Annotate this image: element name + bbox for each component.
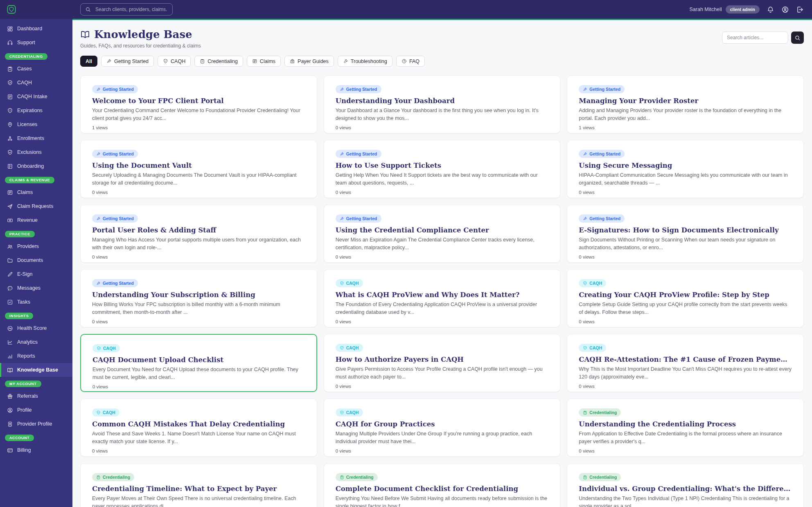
filter-chip-faq[interactable]: FAQ bbox=[396, 56, 425, 67]
shield-check-icon bbox=[583, 346, 587, 350]
sidebar-item-label: CAQH bbox=[17, 80, 32, 86]
sidebar-item-expirations[interactable]: Expirations bbox=[0, 104, 72, 117]
sidebar-item-caqh-intake[interactable]: CAQH Intake bbox=[0, 90, 72, 104]
sidebar-item-label: Profile bbox=[17, 407, 32, 413]
article-description: Never Miss an Expiration Again The Crede… bbox=[336, 236, 549, 252]
logout-icon[interactable] bbox=[796, 6, 804, 14]
rocket-icon bbox=[583, 152, 587, 156]
sidebar-item-analytics[interactable]: Analytics bbox=[0, 335, 72, 349]
filter-chip-claims[interactable]: Claims bbox=[247, 56, 281, 67]
article-card-how-to-authorize-payers-in-caqh[interactable]: CAQHHow to Authorize Payers in CAQHGive … bbox=[324, 334, 561, 392]
sidebar-item-enrollments[interactable]: Enrollments bbox=[0, 131, 72, 145]
sidebar-item-billing[interactable]: Billing bbox=[0, 443, 72, 457]
filter-chip-getting-started[interactable]: Getting Started bbox=[101, 56, 154, 67]
article-card-using-secure-messaging[interactable]: Getting StartedUsing Secure MessagingHIP… bbox=[567, 140, 804, 198]
sidebar-item-provider-profile[interactable]: Provider Profile bbox=[0, 417, 72, 431]
article-card-portal-user-roles-adding-staff[interactable]: Getting StartedPortal User Roles & Addin… bbox=[80, 205, 317, 263]
article-card-complete-document-checklist-for-credentialing[interactable]: CredentialingComplete Document Checklist… bbox=[324, 463, 561, 507]
article-views: 0 views bbox=[336, 125, 549, 130]
bell-icon[interactable] bbox=[767, 6, 774, 14]
clipboard-check-icon bbox=[7, 66, 13, 72]
sidebar-item-documents[interactable]: Documents bbox=[0, 253, 72, 267]
id-card-icon bbox=[7, 421, 13, 427]
filter-chip-caqh[interactable]: CAQH bbox=[158, 56, 191, 67]
article-search-button[interactable] bbox=[791, 32, 804, 44]
sidebar-item-label: Referrals bbox=[17, 393, 38, 399]
article-card-caqh-document-upload-checklist[interactable]: CAQHCAQH Document Upload ChecklistEvery … bbox=[80, 334, 317, 392]
section-badge-claims-revenue: CLAIMS & REVENUE bbox=[5, 177, 54, 183]
article-card-e-signatures-how-to-sign-documents-electronically[interactable]: Getting StartedE-Signatures: How to Sign… bbox=[567, 205, 804, 263]
category-badge: Getting Started bbox=[336, 150, 381, 158]
sidebar-item-caqh[interactable]: CAQH bbox=[0, 76, 72, 90]
sidebar-item-support[interactable]: Support bbox=[0, 36, 72, 50]
rocket-icon bbox=[96, 216, 101, 221]
article-title: Common CAQH Mistakes That Delay Credenti… bbox=[92, 420, 305, 428]
filter-chip-all[interactable]: All bbox=[80, 56, 97, 67]
article-search-input[interactable] bbox=[722, 32, 788, 44]
article-card-how-to-use-support-tickets[interactable]: Getting StartedHow to Use Support Ticket… bbox=[324, 140, 561, 198]
article-description: Managing Who Has Access Your portal supp… bbox=[92, 236, 305, 252]
sidebar-item-licenses[interactable]: Licenses bbox=[0, 117, 72, 131]
sidebar-item-exclusions[interactable]: Exclusions bbox=[0, 145, 72, 159]
article-title: E-Signatures: How to Sign Documents Elec… bbox=[579, 226, 792, 234]
category-badge: Credentialing bbox=[92, 473, 134, 481]
article-card-using-the-credential-compliance-center[interactable]: Getting StartedUsing the Credential Comp… bbox=[324, 205, 561, 263]
article-card-caqh-re-attestation-the-1-cause-of-frozen-payments[interactable]: CAQHCAQH Re-Attestation: The #1 Cause of… bbox=[567, 334, 804, 392]
global-search-input[interactable] bbox=[95, 6, 168, 13]
sidebar-item-label: Claim Requests bbox=[17, 203, 53, 209]
sidebar-item-profile[interactable]: Profile bbox=[0, 403, 72, 417]
article-title: CAQH for Group Practices bbox=[336, 420, 549, 428]
sidebar-item-claims[interactable]: Claims bbox=[0, 185, 72, 199]
filter-chip-credentialing[interactable]: Credentialing bbox=[194, 56, 243, 67]
article-card-understanding-the-credentialing-process[interactable]: CredentialingUnderstanding the Credentia… bbox=[567, 399, 804, 457]
category-badge: CAQH bbox=[336, 408, 363, 417]
sidebar-item-providers[interactable]: Providers bbox=[0, 239, 72, 253]
filter-chip-troubleshooting[interactable]: Troubleshooting bbox=[338, 56, 392, 67]
sidebar-item-label: Enrollments bbox=[17, 135, 44, 141]
sidebar-item-reports[interactable]: Reports bbox=[0, 349, 72, 363]
badge-label: CAQH bbox=[346, 410, 359, 415]
article-card-individual-vs-group-credentialing-what-s-the-difference[interactable]: CredentialingIndividual vs. Group Creden… bbox=[567, 463, 804, 507]
article-card-common-caqh-mistakes-that-delay-credentialing[interactable]: CAQHCommon CAQH Mistakes That Delay Cred… bbox=[80, 399, 317, 457]
article-card-managing-your-provider-roster[interactable]: Getting StartedManaging Your Provider Ro… bbox=[567, 75, 804, 133]
clipboard-check-icon bbox=[583, 410, 587, 415]
article-card-understanding-your-dashboard[interactable]: Getting StartedUnderstanding Your Dashbo… bbox=[324, 75, 561, 133]
shield-check-icon bbox=[97, 346, 101, 351]
article-views: 0 views bbox=[579, 190, 792, 195]
rocket-icon bbox=[106, 59, 112, 64]
sidebar-item-onboarding[interactable]: Onboarding bbox=[0, 159, 72, 173]
sidebar-item-claim-requests[interactable]: Claim Requests bbox=[0, 199, 72, 213]
article-card-using-the-document-vault[interactable]: Getting StartedUsing the Document VaultS… bbox=[80, 140, 317, 198]
avatar-icon[interactable] bbox=[781, 6, 789, 14]
badge-label: Getting Started bbox=[589, 216, 620, 221]
filter-chip-payer-guides[interactable]: Payer Guides bbox=[284, 56, 334, 67]
badge-label: Getting Started bbox=[346, 216, 377, 221]
badge-label: CAQH bbox=[346, 345, 359, 350]
article-card-what-is-caqh-proview-and-why-does-it-matter[interactable]: CAQHWhat is CAQH ProView and Why Does It… bbox=[324, 269, 561, 327]
article-title: Using Secure Messaging bbox=[579, 162, 792, 169]
credit-card-icon bbox=[7, 447, 13, 453]
sidebar-item-knowledge-base[interactable]: Knowledge Base bbox=[0, 363, 72, 377]
article-description: Avoid These and Save Weeks 1. Name Doesn… bbox=[92, 430, 305, 446]
article-title: Using the Credential Compliance Center bbox=[336, 226, 549, 234]
badge-label: Credentialing bbox=[589, 475, 617, 480]
category-badge: Getting Started bbox=[579, 150, 625, 158]
category-badge: Getting Started bbox=[92, 214, 138, 223]
sidebar-item-dashboard[interactable]: Dashboard bbox=[0, 22, 72, 36]
article-card-caqh-for-group-practices[interactable]: CAQHCAQH for Group PracticesManaging Mul… bbox=[324, 399, 561, 457]
article-description: Your Dashboard at a Glance Your dashboar… bbox=[336, 107, 549, 122]
article-card-credentialing-timeline-what-to-expect-by-payer[interactable]: CredentialingCredentialing Timeline: Wha… bbox=[80, 463, 317, 507]
sidebar-item-cases[interactable]: Cases bbox=[0, 62, 72, 76]
sidebar-item-revenue[interactable]: Revenue bbox=[0, 213, 72, 227]
sidebar-item-messages[interactable]: Messages bbox=[0, 281, 72, 295]
sidebar-item-referrals[interactable]: Referrals bbox=[0, 389, 72, 403]
sidebar-item-tasks[interactable]: Tasks bbox=[0, 295, 72, 309]
article-card-creating-your-caqh-proview-profile-step-by-step[interactable]: CAQHCreating Your CAQH ProView Profile: … bbox=[567, 269, 804, 327]
article-card-understanding-your-subscription-billing[interactable]: Getting StartedUnderstanding Your Subscr… bbox=[80, 269, 317, 327]
sidebar-item-label: Health Score bbox=[17, 325, 47, 331]
wrench-icon bbox=[343, 59, 348, 64]
chip-label: CAQH bbox=[171, 59, 185, 64]
article-card-welcome-to-your-fpc-client-portal[interactable]: Getting StartedWelcome to Your FPC Clien… bbox=[80, 75, 317, 133]
sidebar-item-health-score[interactable]: Health Score bbox=[0, 321, 72, 335]
sidebar-item-e-sign[interactable]: E-Sign bbox=[0, 267, 72, 281]
